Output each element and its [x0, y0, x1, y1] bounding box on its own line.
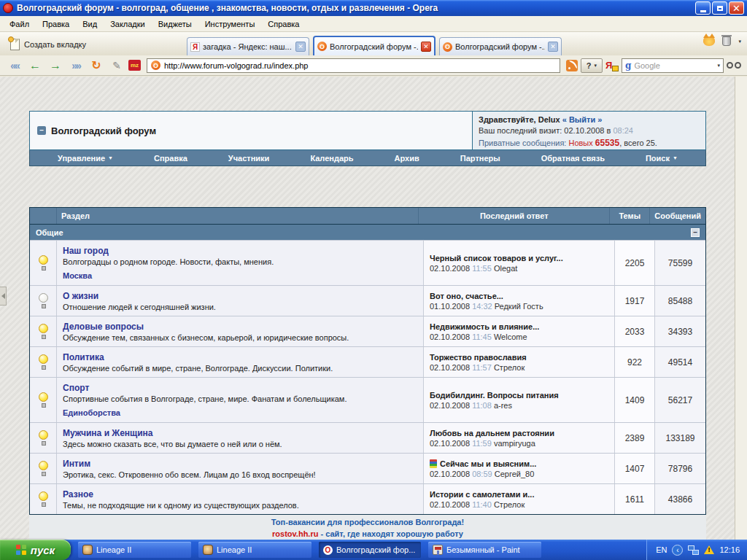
forum-cell: Интим Эротика, секс. Откровенно обо всем… [56, 454, 423, 483]
taskbar-button-lineage1[interactable]: Lineage II [78, 542, 191, 558]
nav-feedback[interactable]: Обратная связь [541, 154, 605, 163]
subforum-link[interactable]: Москва [63, 271, 417, 280]
menu-item-help[interactable]: Справка [261, 18, 306, 31]
menu-item-widgets[interactable]: Виджеты [152, 18, 198, 31]
url-input[interactable] [164, 61, 556, 70]
opera-icon: O [323, 545, 333, 555]
taskbar-button-lineage2[interactable]: Lineage II [198, 542, 311, 558]
menu-item-bookmarks[interactable]: Закладки [104, 18, 152, 31]
forum-cell: Мужчина и Женщина Здесь можно сказать вс… [56, 423, 423, 453]
last-post-link[interactable]: Сейчас мы и выясним... [440, 459, 536, 468]
col-posts: Сообщений [649, 208, 705, 224]
last-post-link[interactable]: Истории с самолетами и... [430, 490, 534, 499]
tab-close-icon[interactable]: ✕ [295, 42, 306, 52]
search-dropdown-icon[interactable]: ▾ [717, 63, 720, 69]
taskbar-button-opera[interactable]: O Волгоградский фор... [319, 542, 421, 558]
help-button[interactable]: ? ▾ [581, 58, 603, 73]
rewind-button[interactable]: «« [6, 58, 23, 74]
warning-icon[interactable] [704, 545, 714, 554]
panel-toggle-arrow[interactable] [0, 287, 7, 306]
posts-count: 78796 [654, 454, 705, 483]
forum-link[interactable]: Разное [63, 489, 417, 499]
rss-icon[interactable] [566, 60, 578, 71]
forum-link[interactable]: Деловые вопросы [63, 322, 417, 332]
language-bar-icon[interactable]: ‹ [672, 545, 683, 556]
forum-link[interactable]: Интим [63, 459, 417, 469]
restore-button[interactable] [712, 1, 727, 15]
last-post-link[interactable]: Вот оно, счастье... [430, 292, 503, 300]
network-icon[interactable] [688, 545, 699, 555]
topics-count: 2205 [614, 241, 654, 285]
taskbar-button-paint[interactable]: Безымянный - Paint [428, 542, 541, 558]
last-post-cell: Сейчас мы и выясним... 02.10.2008 08:59 … [423, 454, 614, 483]
start-button[interactable]: пуск [0, 540, 71, 560]
nav-help[interactable]: Справка [154, 154, 187, 163]
nav-management[interactable]: Управление▼ [58, 154, 113, 163]
last-post-cell: Торжество православия 02.10.2008 11:57 С… [423, 347, 614, 377]
forum-link[interactable]: Спорт [63, 383, 417, 393]
language-indicator[interactable]: EN [656, 545, 667, 554]
menu-item-tools[interactable]: Инструменты [198, 18, 262, 31]
yandex-favicon-icon: Я [190, 42, 200, 52]
fast-forward-button[interactable]: »» [67, 58, 85, 74]
search-placeholder: Google [634, 61, 714, 70]
last-post-link[interactable]: Черный список товаров и услуг... [430, 254, 563, 262]
new-tab-button[interactable]: Создать вкладку [4, 34, 92, 55]
tab-forum-2[interactable]: O Волгоградский форум -... ✕ [439, 37, 562, 55]
reload-button[interactable]: ↻ [88, 58, 105, 74]
windows-flag-icon [16, 545, 26, 555]
private-messages-line: Приватные сообщения: Новых 65535, всего … [479, 137, 700, 149]
last-post-link[interactable]: Бодибилдинг. Вопросы питания [430, 391, 559, 400]
status-cell [30, 286, 56, 316]
topics-count: 1611 [614, 484, 654, 514]
close-button[interactable]: ✕ [729, 1, 744, 15]
last-post-cell: Недвижимость и влияние... 02.10.2008 11:… [423, 316, 614, 346]
subforum-link[interactable]: Единоборства [63, 408, 417, 417]
tab-yandex[interactable]: Я загадка - Яндекс: наш... ✕ [187, 37, 309, 55]
forum-link[interactable]: Мужчина и Женщина [63, 428, 417, 438]
tab-forum-active[interactable]: O Волгоградский форум -... ✕ [313, 36, 436, 55]
tab-close-icon[interactable]: ✕ [421, 42, 431, 52]
forum-link[interactable]: Наш город [63, 246, 417, 256]
search-box[interactable]: g Google ▾ [622, 58, 724, 73]
ad-link[interactable]: rostov.hh.ru [272, 529, 318, 538]
last-post-link[interactable]: Любовь на дальнем растоянии [430, 429, 554, 438]
lightbulb-off-icon [38, 293, 49, 308]
forum-link[interactable]: О жизни [63, 291, 417, 301]
back-button[interactable]: ← [26, 58, 44, 74]
widgets-cat-icon[interactable] [703, 36, 715, 46]
last-post-link[interactable]: Торжество православия [430, 353, 527, 362]
collapse-board-icon[interactable]: – [37, 126, 46, 135]
trash-icon[interactable] [722, 36, 731, 46]
forum-link[interactable]: Политика [63, 352, 417, 362]
tab-close-icon[interactable]: ✕ [548, 42, 558, 52]
forum-navbar: Управление▼ Справка Участники Календарь … [29, 150, 706, 166]
forum-cell: Наш город Волгоградцы о родном городе. Н… [56, 241, 423, 285]
nav-search[interactable]: Поиск▼ [646, 154, 678, 163]
goto-last-post-icon[interactable] [430, 459, 437, 468]
nav-calendar[interactable]: Календарь [310, 154, 353, 163]
forward-button[interactable]: → [47, 58, 64, 74]
menu-item-view[interactable]: Вид [76, 18, 104, 31]
mz-extension-icon[interactable]: mz [128, 60, 141, 71]
edit-pencil-button[interactable]: ✎ [108, 58, 125, 74]
user-panel: Здравствуйте, Delux « Выйти » Ваш послед… [472, 112, 705, 149]
logout-link[interactable]: « Выйти » [562, 115, 603, 124]
vertical-scrollbar[interactable] [735, 77, 747, 540]
menu-item-edit[interactable]: Правка [36, 18, 76, 31]
yandex-bar-icon[interactable]: Я [605, 60, 619, 71]
nav-members[interactable]: Участники [228, 154, 270, 163]
menu-item-file[interactable]: Файл [3, 18, 36, 31]
page-content: – Волгоградский форум Здравствуйте, Delu… [0, 77, 747, 540]
last-post-link[interactable]: Недвижимость и влияние... [430, 322, 539, 331]
collapse-category-icon[interactable]: – [691, 228, 700, 237]
minimize-button[interactable] [695, 1, 711, 15]
posts-count: 34393 [654, 316, 705, 346]
nav-archive[interactable]: Архив [395, 154, 419, 163]
nav-partners[interactable]: Партнеры [460, 154, 500, 163]
table-row: Наш город Волгоградцы о родном городе. Н… [30, 240, 705, 285]
last-post-cell: Черный список товаров и услуг... 02.10.2… [423, 241, 614, 285]
last-post-user: Редкий Гость [495, 302, 543, 311]
zoom-glasses-icon[interactable] [727, 62, 741, 69]
trash-dropdown-icon[interactable]: ▾ [738, 39, 741, 44]
